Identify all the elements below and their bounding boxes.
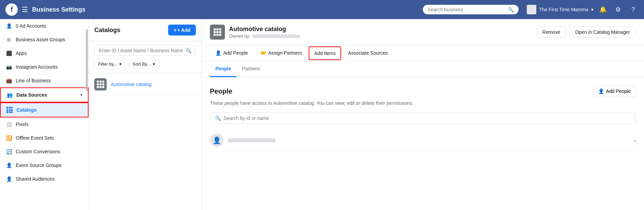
add-catalog-button[interactable]: + + Add [168,25,196,36]
search-filter-section: 🔍 Filter by... ▾ Sort By... ▾ [89,41,201,73]
assign-partners-icon: 🤝 [260,50,266,56]
catalog-owner: Owned by: [229,33,300,39]
sidebar-item-pixels[interactable]: ⬜ Pixels [0,117,89,131]
sidebar-item-label: Catalogs [16,107,37,113]
add-people-btn-icon: 👤 [598,88,604,94]
main-panel-header: Automotive catalog Owned by: Remove Open… [202,19,644,45]
catalog-title: Automotive catalog [229,26,300,33]
person-row[interactable]: 👤 › [210,129,636,152]
main-panel: Automotive catalog Owned by: Remove Open… [202,19,644,210]
offline-icon: 🔁 [5,135,12,141]
chevron-down-icon: ▾ [80,93,82,97]
data-sources-icon: 👥 [6,92,13,98]
plus-icon: + [174,27,176,33]
notifications-icon[interactable]: 🔔 [598,4,608,15]
sidebar-item-instagram-accounts[interactable]: 📷 Instagram Accounts [0,60,89,74]
search-input[interactable] [428,7,505,12]
person-avatar: 👤 [210,134,224,147]
sidebar-item-offline-event-sets[interactable]: 🔁 Offline Event Sets [0,131,89,145]
main-header-actions: Remove Open in Catalog Manager [537,26,636,38]
settings-icon[interactable]: ⚙ [613,4,623,15]
catalog-search-input[interactable] [99,48,183,53]
account-thumbnail [527,5,536,14]
catalog-list-item[interactable]: Automotive catalog [89,73,201,96]
assign-partners-toolbar-button[interactable]: 🤝 Assign Partners [255,45,307,61]
owner-name-placeholder [252,34,300,38]
open-catalog-manager-button[interactable]: Open in Catalog Manager [569,26,636,38]
person-icon: 👤 [5,23,12,29]
help-icon[interactable]: ? [628,4,639,15]
tab-partners[interactable]: Partners [237,61,266,77]
sidebar-item-event-source-groups[interactable]: 👤 Event Source Groups [0,158,89,172]
sidebar-item-data-sources[interactable]: 👥 Data Sources ▾ [0,87,89,102]
account-name: The First Time Mamma [539,7,588,12]
add-items-toolbar-button[interactable]: Add Items [309,46,341,60]
add-people-icon: 👤 [215,50,221,56]
sidebar-item-label: Apps [16,51,27,56]
main-content: People 👤 Add People These people have ac… [202,77,644,210]
search-icon: 🔍 [186,48,191,53]
sidebar-item-custom-conversions[interactable]: 🔄 Custom Conversions [0,145,89,158]
sidebar-item-label: Business Asset Groups [16,37,65,42]
sidebar-item-label: Offline Event Sets [16,135,54,141]
add-people-toolbar-button[interactable]: 👤 Add People [210,45,253,61]
catalog-item-icon [94,78,107,90]
people-section-header: People 👤 Add People [210,85,636,97]
sidebar-item-line-of-business[interactable]: 💼 Line of Business [0,74,89,87]
nav-right: The First Time Mamma ▾ 🔔 ⚙ ? [527,4,639,15]
search-bar: 🔍 [423,5,519,14]
people-title: People [210,87,232,95]
content-tabs: People Partners [202,61,644,77]
shared-audiences-icon: 👤 [5,176,12,182]
catalog-grid-icon [6,107,13,113]
middle-panel-title: Catalogs [94,27,120,34]
account-switcher[interactable]: The First Time Mamma ▾ [527,5,593,14]
sidebar-item-label: 0 Ad Accounts [16,23,46,29]
event-source-icon: 👤 [5,162,12,169]
person-name-placeholder [228,138,276,142]
sidebar-item-label: Data Sources [16,92,47,98]
associate-sources-toolbar-button[interactable]: Associate Sources [343,45,393,61]
tab-people[interactable]: People [210,61,237,77]
catalog-list: Automotive catalog [89,73,201,210]
top-navigation: f ☰ Business Settings 🔍 The First Time M… [0,0,644,19]
people-description: These people have access to Automotive c… [210,100,636,107]
sidebar-item-label: Shared Audiences [16,176,55,182]
sidebar-item-catalogs[interactable]: Catalogs [0,102,89,117]
sidebar-item-label: Custom Conversions [16,149,60,154]
hamburger-icon[interactable]: ☰ [22,5,28,14]
remove-button[interactable]: Remove [537,26,566,38]
filter-row: Filter by... ▾ Sort By... ▾ [94,59,196,69]
sidebar-item-label: Event Source Groups [16,163,62,168]
search-icon: 🔍 [508,7,514,12]
add-people-content-button[interactable]: 👤 Add People [593,85,636,97]
account-chevron-icon: ▾ [591,7,593,12]
sidebar-item-apps[interactable]: ⬛ Apps [0,46,89,60]
people-search-input[interactable] [224,115,631,121]
sort-by-select[interactable]: Sort By... ▾ [129,59,159,69]
toolbar: 👤 Add People 🤝 Assign Partners Add Items… [202,45,644,61]
catalog-big-icon [210,25,225,40]
facebook-logo: f [5,3,18,16]
filter-by-select[interactable]: Filter by... ▾ [94,59,125,69]
grid-icon: ⊞ [5,36,12,43]
sidebar-item-label: Pixels [16,122,28,127]
catalog-search-wrap: 🔍 [94,45,196,56]
custom-conversions-icon: 🔄 [5,148,12,155]
sidebar-item-shared-audiences[interactable]: 👤 Shared Audiences [0,172,89,186]
sidebar-item-business-asset-groups[interactable]: ⊞ Business Asset Groups [0,33,89,46]
chevron-down-icon: ▾ [153,61,155,67]
chevron-down-icon: ▾ [119,61,122,67]
catalog-info: Automotive catalog Owned by: [210,25,300,40]
middle-panel: Catalogs + + Add 🔍 Filter by... ▾ Sort B… [89,19,202,210]
sidebar: 👤 0 Ad Accounts ⊞ Business Asset Groups … [0,19,89,210]
sidebar-scrollbar-thumb[interactable] [86,29,88,91]
sidebar-item-label: Line of Business [16,78,51,83]
people-search-wrap: 🔍 [210,112,636,124]
instagram-icon: 📷 [5,64,12,70]
pixels-icon: ⬜ [5,121,12,128]
person-avatar-icon: 👤 [213,136,221,144]
sidebar-item-ad-accounts[interactable]: 👤 0 Ad Accounts [0,19,89,33]
sidebar-item-label: Instagram Accounts [16,64,58,70]
app-title: Business Settings [32,6,419,13]
